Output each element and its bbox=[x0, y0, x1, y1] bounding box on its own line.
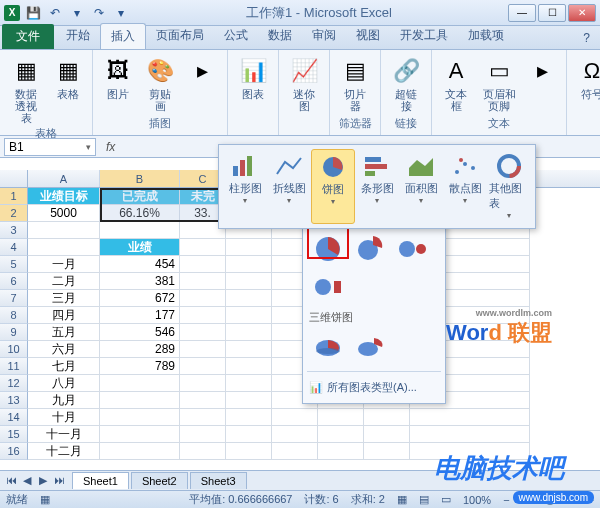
cell[interactable]: 381 bbox=[100, 273, 180, 290]
cell[interactable] bbox=[180, 239, 226, 256]
row-header[interactable]: 6 bbox=[0, 273, 28, 290]
chart-type-scatter[interactable]: 散点图▾ bbox=[443, 149, 487, 224]
sheet-tab-Sheet1[interactable]: Sheet1 bbox=[72, 472, 129, 489]
row-header[interactable]: 5 bbox=[0, 256, 28, 273]
tab-插入[interactable]: 插入 bbox=[100, 23, 146, 49]
zoom-level[interactable]: 100% bbox=[463, 494, 491, 506]
cell[interactable] bbox=[180, 290, 226, 307]
cell[interactable]: 十月 bbox=[28, 409, 100, 426]
cell[interactable] bbox=[364, 409, 410, 426]
view-layout[interactable]: ▤ bbox=[419, 493, 429, 506]
row-header[interactable]: 13 bbox=[0, 392, 28, 409]
cell[interactable]: 454 bbox=[100, 256, 180, 273]
cell[interactable]: 546 bbox=[100, 324, 180, 341]
sheet-last[interactable]: ⏭ bbox=[52, 474, 66, 487]
cell[interactable] bbox=[100, 426, 180, 443]
view-break[interactable]: ▭ bbox=[441, 493, 451, 506]
cell[interactable] bbox=[28, 222, 100, 239]
sheet-tab-Sheet2[interactable]: Sheet2 bbox=[131, 472, 188, 489]
cell[interactable] bbox=[100, 222, 180, 239]
cell[interactable] bbox=[100, 409, 180, 426]
cell[interactable] bbox=[180, 358, 226, 375]
cell[interactable]: 八月 bbox=[28, 375, 100, 392]
ribbon-spark[interactable]: 📈迷你图 bbox=[285, 54, 323, 114]
ribbon-text-more[interactable]: ▸ bbox=[524, 54, 560, 88]
chart-type-area[interactable]: 面积图▾ bbox=[399, 149, 443, 224]
ribbon-headerfooter[interactable]: ▭页眉和页脚 bbox=[478, 54, 520, 114]
tab-页面布局[interactable]: 页面布局 bbox=[146, 23, 214, 49]
chart-type-column[interactable]: 柱形图▾ bbox=[223, 149, 267, 224]
cell[interactable] bbox=[226, 358, 272, 375]
row-header[interactable]: 10 bbox=[0, 341, 28, 358]
cell[interactable] bbox=[318, 443, 364, 460]
help-button[interactable]: ? bbox=[573, 27, 600, 49]
cell[interactable] bbox=[272, 426, 318, 443]
zoom-out[interactable]: − bbox=[503, 494, 509, 506]
cell[interactable]: 七月 bbox=[28, 358, 100, 375]
tab-视图[interactable]: 视图 bbox=[346, 23, 390, 49]
row-header[interactable]: 12 bbox=[0, 375, 28, 392]
cell[interactable] bbox=[180, 392, 226, 409]
cell[interactable] bbox=[100, 375, 180, 392]
fx-icon[interactable]: fx bbox=[106, 140, 115, 154]
ribbon-shapes-more[interactable]: ▸ bbox=[184, 54, 221, 88]
chart-type-line[interactable]: 折线图▾ bbox=[267, 149, 311, 224]
row-header[interactable]: 3 bbox=[0, 222, 28, 239]
cell[interactable] bbox=[226, 290, 272, 307]
cell[interactable] bbox=[410, 426, 530, 443]
minimize-button[interactable]: — bbox=[508, 4, 536, 22]
ribbon-slicer[interactable]: ▤切片器 bbox=[336, 54, 374, 114]
cell[interactable] bbox=[180, 273, 226, 290]
sheet-first[interactable]: ⏮ bbox=[4, 474, 18, 487]
tab-数据[interactable]: 数据 bbox=[258, 23, 302, 49]
cell[interactable] bbox=[180, 409, 226, 426]
row-header[interactable]: 15 bbox=[0, 426, 28, 443]
qat-dd2[interactable]: ▾ bbox=[112, 4, 130, 22]
ribbon-symbol[interactable]: Ω符号 bbox=[573, 54, 600, 102]
cell[interactable]: 672 bbox=[100, 290, 180, 307]
name-box-dd-icon[interactable]: ▾ bbox=[86, 142, 91, 152]
row-header[interactable]: 9 bbox=[0, 324, 28, 341]
pie-3d-basic[interactable] bbox=[309, 331, 347, 365]
pie-2d-basic[interactable] bbox=[309, 232, 347, 266]
qat-dd[interactable]: ▾ bbox=[68, 4, 86, 22]
cell[interactable] bbox=[180, 443, 226, 460]
row-header[interactable]: 14 bbox=[0, 409, 28, 426]
cell[interactable] bbox=[180, 341, 226, 358]
cell[interactable] bbox=[226, 443, 272, 460]
cell[interactable]: 十二月 bbox=[28, 443, 100, 460]
cell[interactable] bbox=[226, 273, 272, 290]
cell[interactable] bbox=[318, 409, 364, 426]
cell[interactable] bbox=[226, 324, 272, 341]
tab-公式[interactable]: 公式 bbox=[214, 23, 258, 49]
col-header-B[interactable]: B bbox=[100, 170, 180, 187]
cell[interactable]: 已完成 bbox=[100, 188, 180, 205]
status-rec-icon[interactable]: ▦ bbox=[40, 493, 50, 506]
ribbon-chart[interactable]: 📊图表 bbox=[234, 54, 272, 102]
cell[interactable]: 66.16% bbox=[100, 205, 180, 222]
cell[interactable] bbox=[180, 307, 226, 324]
cell[interactable] bbox=[100, 443, 180, 460]
tab-审阅[interactable]: 审阅 bbox=[302, 23, 346, 49]
pie-3d-exploded[interactable] bbox=[351, 331, 389, 365]
cell[interactable] bbox=[180, 324, 226, 341]
cell[interactable] bbox=[364, 426, 410, 443]
bar-of-pie[interactable] bbox=[309, 270, 347, 304]
cell[interactable]: 六月 bbox=[28, 341, 100, 358]
maximize-button[interactable]: ☐ bbox=[538, 4, 566, 22]
cell[interactable] bbox=[226, 375, 272, 392]
tab-开发工具[interactable]: 开发工具 bbox=[390, 23, 458, 49]
cell[interactable] bbox=[180, 256, 226, 273]
cell[interactable]: 789 bbox=[100, 358, 180, 375]
cell[interactable] bbox=[272, 409, 318, 426]
cell[interactable] bbox=[364, 443, 410, 460]
cell[interactable]: 九月 bbox=[28, 392, 100, 409]
cell[interactable] bbox=[272, 443, 318, 460]
ribbon-textbox[interactable]: A文本框 bbox=[438, 54, 474, 114]
cell[interactable]: 一月 bbox=[28, 256, 100, 273]
row-header[interactable]: 16 bbox=[0, 443, 28, 460]
cell[interactable] bbox=[410, 409, 530, 426]
cell[interactable]: 五月 bbox=[28, 324, 100, 341]
save-button[interactable]: 💾 bbox=[24, 4, 42, 22]
cell[interactable] bbox=[226, 307, 272, 324]
